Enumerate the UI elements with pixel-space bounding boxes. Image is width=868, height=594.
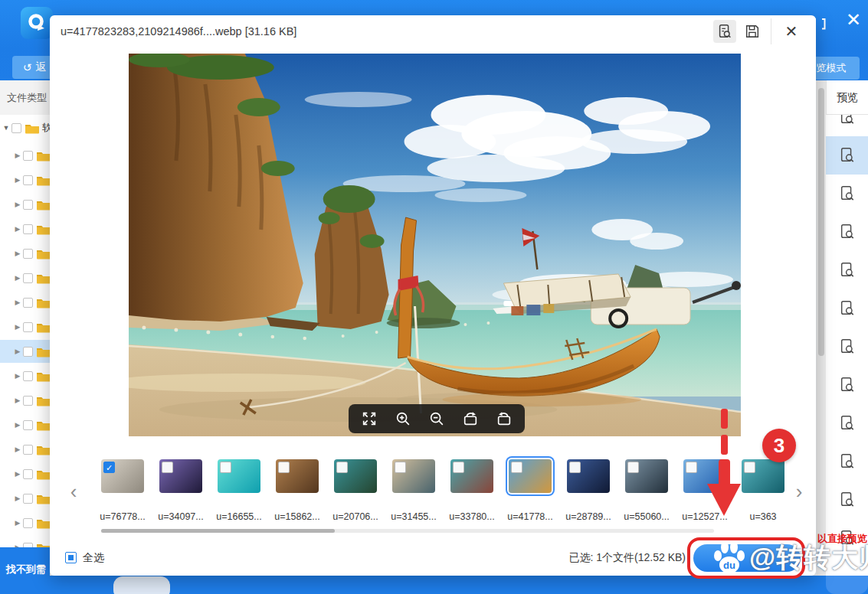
folder-checkbox[interactable] xyxy=(23,371,33,381)
thumbnail-image[interactable] xyxy=(218,459,260,493)
select-all-checkbox[interactable]: 全选 xyxy=(65,540,104,576)
folder-checkbox[interactable] xyxy=(23,445,33,455)
right-scrollbar-thumb[interactable] xyxy=(818,88,824,356)
collapse-arrow-icon[interactable]: ▶ xyxy=(14,519,21,527)
thumbnail-image[interactable] xyxy=(742,459,784,493)
collapse-arrow-icon[interactable]: ▶ xyxy=(14,323,21,331)
preview-file-item[interactable] xyxy=(826,404,868,442)
preview-file-item[interactable] xyxy=(826,175,868,213)
collapse-arrow-icon[interactable]: ▶ xyxy=(14,176,21,184)
collapse-arrow-icon[interactable]: ▶ xyxy=(14,470,21,478)
collapse-arrow-icon[interactable]: ▶ xyxy=(14,201,21,208)
preview-file-item[interactable] xyxy=(826,366,868,404)
preview-file-item[interactable] xyxy=(826,251,868,289)
folder-row[interactable]: ▶ xyxy=(0,193,50,216)
folder-row[interactable]: ▶ xyxy=(0,291,50,314)
folder-row[interactable]: ▶ xyxy=(0,266,50,289)
folder-row[interactable]: ▶ xyxy=(0,315,50,338)
thumbnail-image[interactable] xyxy=(276,459,319,493)
folder-row[interactable]: ▶ xyxy=(0,364,50,387)
thumbnail-checkbox[interactable] xyxy=(511,462,522,473)
thumbnail-image[interactable] xyxy=(334,459,377,493)
folder-checkbox[interactable] xyxy=(23,273,33,283)
save-button[interactable] xyxy=(741,20,764,43)
fullscreen-icon[interactable] xyxy=(361,410,378,427)
folder-checkbox[interactable] xyxy=(23,494,33,504)
collapse-arrow-icon[interactable]: ▶ xyxy=(14,445,21,453)
collapse-arrow-icon[interactable]: ▶ xyxy=(14,397,21,404)
folder-row[interactable]: ▶ xyxy=(0,438,50,461)
thumbnail-checkbox[interactable] xyxy=(569,462,581,473)
folder-row[interactable]: ▶ xyxy=(0,242,50,265)
thumbnail-checkbox[interactable] xyxy=(278,462,290,473)
folder-checkbox[interactable] xyxy=(23,469,33,479)
folder-row[interactable]: ▶ xyxy=(0,168,50,191)
folder-checkbox[interactable] xyxy=(23,347,33,357)
thumbnail-checkbox[interactable]: ✓ xyxy=(103,462,115,473)
thumbnail-image[interactable] xyxy=(625,459,668,493)
thumbnail-checkbox[interactable] xyxy=(686,462,697,473)
preview-file-item[interactable] xyxy=(826,442,868,481)
folder-row-root[interactable]: ▼软件 xyxy=(0,116,50,139)
thumbnails-scrollbar[interactable] xyxy=(101,529,714,533)
collapse-arrow-icon[interactable]: ▶ xyxy=(14,372,21,380)
preview-file-item[interactable] xyxy=(826,289,868,328)
folder-row[interactable]: ▶ xyxy=(0,144,50,167)
collapse-arrow-icon[interactable]: ▶ xyxy=(14,274,21,282)
folder-row[interactable]: ▶ xyxy=(0,413,50,436)
preview-toggle-button[interactable] xyxy=(713,20,736,43)
thumbnail-checkbox[interactable] xyxy=(744,462,755,473)
folder-checkbox[interactable] xyxy=(23,322,33,332)
select-all-checkbox-box[interactable] xyxy=(65,552,77,563)
folder-row[interactable]: ▶ xyxy=(0,487,50,510)
collapse-arrow-icon[interactable]: ▶ xyxy=(14,225,21,233)
folder-checkbox[interactable] xyxy=(23,420,33,430)
folder-checkbox[interactable] xyxy=(23,151,33,161)
folder-checkbox[interactable] xyxy=(23,175,33,185)
folder-checkbox[interactable] xyxy=(11,123,21,133)
thumbnail-checkbox[interactable] xyxy=(395,462,406,473)
folder-checkbox[interactable] xyxy=(23,200,33,210)
folder-row[interactable]: ▶ xyxy=(0,340,50,363)
rotate-cw-icon[interactable] xyxy=(462,410,479,427)
collapse-arrow-icon[interactable]: ▶ xyxy=(14,299,21,306)
expand-arrow-icon[interactable]: ▼ xyxy=(2,124,10,132)
thumbnails-next-button[interactable]: › xyxy=(791,473,807,510)
preview-file-item[interactable] xyxy=(826,213,868,251)
folder-row[interactable]: ▶ xyxy=(0,389,50,412)
thumbnail-checkbox[interactable] xyxy=(453,462,464,473)
folder-row[interactable]: ▶ xyxy=(0,536,50,547)
thumbnail-checkbox[interactable] xyxy=(162,462,173,473)
thumbnail-image[interactable] xyxy=(450,459,493,493)
folder-row[interactable]: ▶ xyxy=(0,462,50,485)
zoom-out-icon[interactable] xyxy=(428,410,445,427)
folder-checkbox[interactable] xyxy=(23,396,33,406)
thumbnail-image[interactable]: ✓ xyxy=(101,459,144,493)
thumbnail-image[interactable] xyxy=(567,459,610,493)
collapse-arrow-icon[interactable]: ▶ xyxy=(14,494,21,502)
folder-checkbox[interactable] xyxy=(23,249,33,259)
zoom-in-icon[interactable] xyxy=(395,410,411,427)
right-scrollbar[interactable] xyxy=(817,80,826,576)
thumbnail-checkbox[interactable] xyxy=(627,462,639,473)
thumbnail-checkbox[interactable] xyxy=(220,462,231,473)
collapse-arrow-icon[interactable]: ▶ xyxy=(14,250,21,257)
collapse-arrow-icon[interactable]: ▶ xyxy=(14,348,21,355)
preview-file-item[interactable] xyxy=(826,328,868,366)
folder-row[interactable]: ▶ xyxy=(0,217,50,240)
preview-file-item[interactable] xyxy=(826,481,868,519)
thumbnail-image[interactable] xyxy=(509,459,552,493)
preview-file-item[interactable] xyxy=(826,136,868,175)
folder-checkbox[interactable] xyxy=(23,298,33,308)
close-dialog-button[interactable]: ✕ xyxy=(780,20,803,43)
collapse-arrow-icon[interactable]: ▶ xyxy=(14,152,21,159)
thumbnail-image[interactable] xyxy=(159,459,202,493)
thumbnail-checkbox[interactable] xyxy=(336,462,348,473)
collapse-arrow-icon[interactable]: ▶ xyxy=(14,421,21,429)
folder-checkbox[interactable] xyxy=(23,518,33,528)
folder-checkbox[interactable] xyxy=(23,224,33,234)
rotate-ccw-icon[interactable] xyxy=(496,410,513,427)
thumbnails-scrollbar-thumb[interactable] xyxy=(101,529,335,533)
close-app-icon[interactable]: ✕ xyxy=(843,9,863,31)
thumbnail-image[interactable] xyxy=(392,459,435,493)
